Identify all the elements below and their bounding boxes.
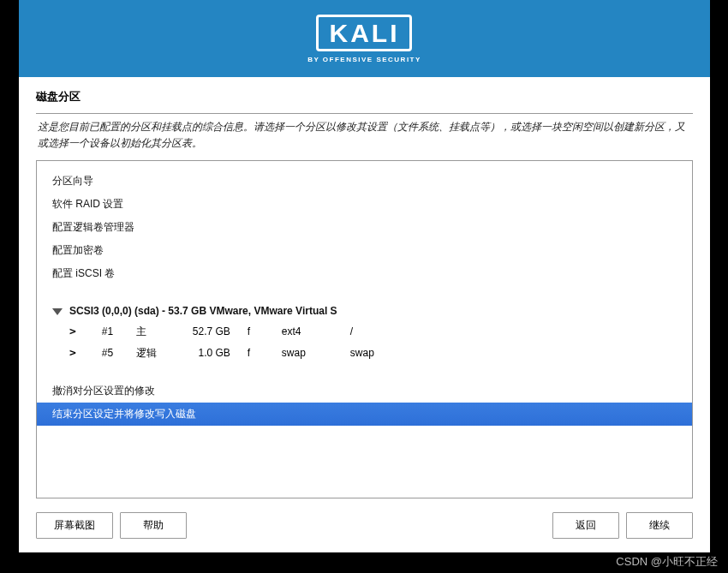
menu-guided-partitioning[interactable]: 分区向导 xyxy=(49,170,680,193)
partition-flag: f xyxy=(248,325,282,337)
partition-number: #1 xyxy=(102,325,136,337)
partition-fs: ext4 xyxy=(282,325,350,337)
partition-flag: f xyxy=(248,347,282,359)
disk-header[interactable]: SCSI3 (0,0,0) (sda) - 53.7 GB VMware, VM… xyxy=(49,301,680,321)
chevron-right-icon: > xyxy=(69,325,76,337)
partition-mount: swap xyxy=(350,347,402,359)
partition-mount: / xyxy=(350,325,402,337)
partition-panel: 分区向导 软件 RAID 设置 配置逻辑卷管理器 配置加密卷 配置 iSCSI … xyxy=(36,160,693,498)
partition-number: #5 xyxy=(102,347,136,359)
page-title: 磁盘分区 xyxy=(19,77,710,113)
button-bar: 屏幕截图 帮助 返回 继续 xyxy=(19,498,710,552)
action-finish-partitioning[interactable]: 结束分区设定并将修改写入磁盘 xyxy=(37,403,692,426)
expand-triangle-icon xyxy=(52,308,63,315)
kali-logo: KALI BY OFFENSIVE SECURITY xyxy=(307,15,421,63)
partition-type: 逻辑 xyxy=(136,346,179,361)
menu-configure-encrypted[interactable]: 配置加密卷 xyxy=(49,239,680,262)
content-area: 这是您目前已配置的分区和挂载点的综合信息。请选择一个分区以修改其设置（文件系统、… xyxy=(19,113,710,498)
menu-configure-lvm[interactable]: 配置逻辑卷管理器 xyxy=(49,216,680,239)
description-text: 这是您目前已配置的分区和挂载点的综合信息。请选择一个分区以修改其设置（文件系统、… xyxy=(36,113,693,160)
header-banner: KALI BY OFFENSIVE SECURITY xyxy=(19,0,710,77)
action-undo-changes[interactable]: 撤消对分区设置的修改 xyxy=(49,379,680,403)
partition-row-1[interactable]: >#1主52.7 GBfext4/ xyxy=(49,321,680,343)
partition-row-2[interactable]: >#5逻辑1.0 GBfswapswap xyxy=(49,343,680,364)
partition-size: 52.7 GB xyxy=(179,325,248,337)
back-button[interactable]: 返回 xyxy=(552,512,619,539)
help-button[interactable]: 帮助 xyxy=(120,512,187,539)
chevron-right-icon: > xyxy=(69,346,76,359)
brand-tagline: BY OFFENSIVE SECURITY xyxy=(307,56,421,63)
installer-window: KALI BY OFFENSIVE SECURITY 磁盘分区 这是您目前已配置… xyxy=(19,0,710,552)
watermark: CSDN @小旺不正经 xyxy=(616,554,718,570)
continue-button[interactable]: 继续 xyxy=(626,512,693,539)
partition-fs: swap xyxy=(282,347,350,359)
menu-configure-iscsi[interactable]: 配置 iSCSI 卷 xyxy=(49,262,680,285)
screenshot-button[interactable]: 屏幕截图 xyxy=(36,512,113,539)
disk-header-text: SCSI3 (0,0,0) (sda) - 53.7 GB VMware, VM… xyxy=(69,305,337,317)
partition-type: 主 xyxy=(136,325,179,339)
brand-name: KALI xyxy=(316,15,412,51)
menu-software-raid[interactable]: 软件 RAID 设置 xyxy=(49,193,680,216)
partition-size: 1.0 GB xyxy=(179,347,248,359)
